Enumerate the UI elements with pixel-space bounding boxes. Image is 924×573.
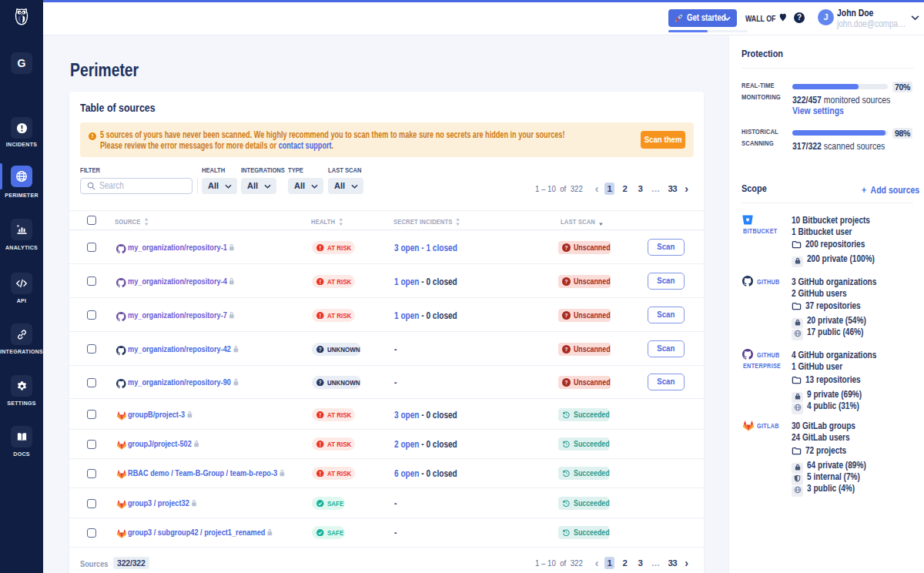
svg-text:?: ?	[564, 379, 567, 386]
svg-text:?: ?	[319, 380, 322, 385]
svg-text:?: ?	[564, 312, 567, 319]
svg-text:?: ?	[564, 346, 567, 353]
svg-text:?: ?	[564, 244, 567, 251]
svg-text:?: ?	[564, 278, 567, 285]
svg-text:?: ?	[319, 347, 322, 352]
